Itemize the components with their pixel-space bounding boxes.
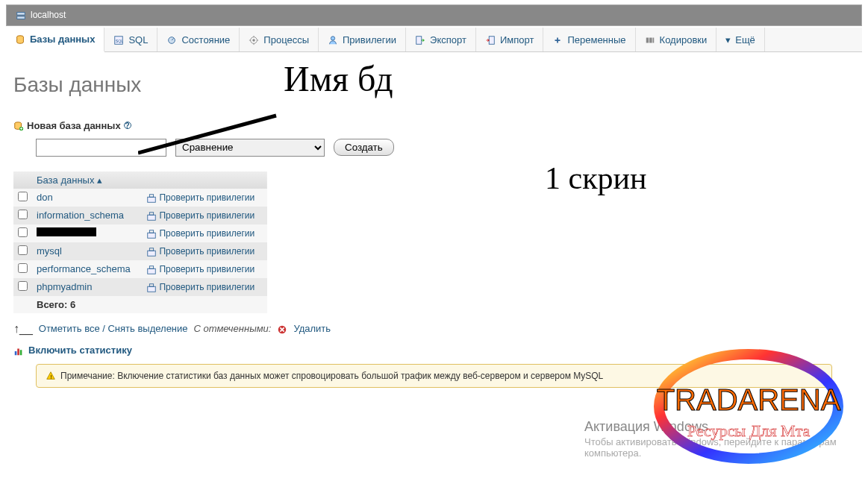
svg-rect-23	[150, 248, 154, 251]
svg-rect-24	[148, 268, 156, 274]
svg-rect-10	[489, 37, 494, 45]
svg-rect-21	[150, 230, 154, 233]
svg-rect-17	[150, 195, 154, 198]
create-button[interactable]: Создать	[334, 139, 394, 156]
check-privileges-link[interactable]: Проверить привилегии	[146, 192, 255, 203]
top-tabs: Базы данных SQL SQL Состояние Процессы П…	[6, 28, 862, 53]
database-icon	[15, 34, 25, 45]
privileges-icon	[146, 210, 157, 221]
svg-rect-9	[416, 37, 422, 45]
privileges-icon	[146, 192, 157, 203]
svg-rect-1	[17, 16, 25, 19]
sql-icon: SQL	[113, 34, 124, 45]
svg-text:SQL: SQL	[116, 39, 124, 43]
breadcrumb-server[interactable]: localhost	[31, 10, 66, 20]
chart-icon	[13, 345, 24, 356]
tab-more[interactable]: ▾ Ещё	[716, 28, 765, 52]
privileges-icon	[146, 264, 157, 274]
check-privileges-link[interactable]: Проверить привилегии	[146, 228, 255, 239]
warning-icon: !	[46, 371, 56, 382]
tab-variables[interactable]: Переменные	[543, 28, 635, 52]
table-row: phpmyadmin Проверить привилегии	[13, 278, 267, 296]
check-privileges-link[interactable]: Проверить привилегии	[146, 210, 255, 221]
variables-icon	[552, 34, 563, 45]
tab-privileges[interactable]: Привилегии	[319, 28, 406, 52]
windows-activation-notice: Активация Windows Чтобы активировать Win…	[584, 419, 853, 459]
check-privileges-link[interactable]: Проверить привилегии	[146, 282, 255, 292]
row-checkbox[interactable]	[18, 210, 28, 219]
row-checkbox[interactable]	[18, 192, 28, 201]
delete-button[interactable]: Удалить	[293, 323, 331, 334]
svg-rect-11	[646, 37, 649, 43]
db-link[interactable]: mysql	[37, 245, 62, 257]
svg-text:!: !	[50, 374, 51, 380]
sort-asc-icon: ▴	[97, 175, 102, 186]
import-icon	[485, 34, 496, 45]
row-checkbox[interactable]	[18, 245, 28, 255]
svg-rect-16	[148, 197, 156, 202]
annotation-db-name-label: Имя бд	[284, 58, 393, 99]
processes-icon	[249, 34, 259, 45]
help-icon[interactable]: ?	[124, 122, 131, 129]
table-footer: Всего: 6	[13, 296, 267, 313]
svg-rect-22	[148, 251, 156, 256]
svg-rect-25	[150, 266, 154, 269]
tab-databases[interactable]: Базы данных	[6, 28, 104, 53]
svg-rect-27	[150, 284, 154, 287]
privileges-icon	[146, 246, 157, 257]
with-selected-label: С отмеченными:	[194, 323, 272, 334]
tab-sql[interactable]: SQL SQL	[104, 28, 157, 52]
collation-select[interactable]: Сравнение	[175, 139, 325, 157]
tab-processes[interactable]: Процессы	[240, 28, 319, 52]
table-row: performance_schema Проверить привилегии	[13, 260, 267, 278]
svg-rect-19	[150, 213, 154, 216]
table-row: don Проверить привилегии	[13, 189, 267, 207]
status-icon	[166, 34, 177, 45]
new-database-header: Новая база данных ?	[13, 119, 855, 131]
check-privileges-link[interactable]: Проверить привилегии	[146, 264, 255, 274]
svg-rect-30	[17, 348, 19, 355]
tab-charsets[interactable]: Кодировки	[636, 28, 717, 52]
database-add-icon	[13, 119, 24, 131]
export-icon	[415, 34, 425, 45]
svg-rect-13	[652, 37, 654, 43]
db-link[interactable]: don	[37, 192, 53, 203]
database-table: База данных ▴ don Проверить привилегии i…	[13, 172, 267, 313]
db-link[interactable]: information_schema	[37, 210, 124, 221]
row-checkbox[interactable]	[18, 227, 28, 237]
svg-point-8	[331, 37, 334, 40]
delete-icon	[277, 323, 287, 335]
privileges-icon	[146, 282, 157, 292]
db-link[interactable]: phpmyadmin	[37, 281, 92, 292]
statistics-note: ! Примечание: Включение статистики баз д…	[36, 364, 832, 389]
tab-export[interactable]: Экспорт	[406, 28, 476, 52]
svg-rect-20	[148, 233, 156, 238]
privileges-icon	[328, 34, 338, 45]
tab-status[interactable]: Состояние	[157, 28, 240, 52]
svg-point-7	[253, 39, 256, 42]
new-database-name-input[interactable]	[36, 139, 166, 157]
table-row: Проверить привилегии	[13, 224, 267, 242]
col-header-database[interactable]: База данных ▴	[37, 175, 102, 186]
svg-rect-0	[17, 12, 25, 15]
svg-rect-12	[649, 37, 652, 43]
table-row: mysql Проверить привилегии	[13, 242, 267, 260]
row-checkbox[interactable]	[18, 263, 28, 273]
page-title: Базы данных	[13, 73, 855, 97]
breadcrumb: localhost	[6, 4, 862, 26]
enable-statistics-link[interactable]: Включить статистику	[13, 345, 855, 356]
charsets-icon	[645, 34, 655, 45]
check-privileges-link[interactable]: Проверить привилегии	[146, 246, 255, 257]
svg-rect-31	[20, 350, 22, 355]
tab-import[interactable]: Импорт	[476, 28, 543, 52]
annotation-screenshot-label: 1 скрин	[545, 160, 647, 196]
svg-rect-18	[148, 215, 156, 220]
privileges-icon	[146, 228, 157, 239]
db-link[interactable]: performance_schema	[37, 263, 131, 274]
row-checkbox[interactable]	[18, 281, 28, 291]
table-row: information_schema Проверить привилегии	[13, 207, 267, 224]
redacted-db-name	[37, 227, 96, 236]
bulk-arrow-icon: ↑__	[13, 322, 33, 336]
svg-rect-26	[148, 286, 156, 292]
check-all-link[interactable]: Отметить все / Снять выделение	[39, 323, 188, 334]
